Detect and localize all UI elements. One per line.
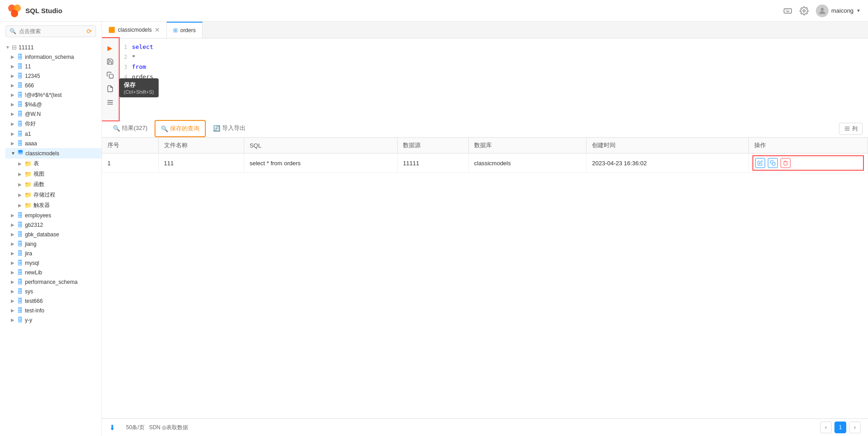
cell-seq: 1 bbox=[102, 153, 158, 173]
db-icon: 🗄 bbox=[17, 278, 23, 285]
col-button[interactable]: 列 bbox=[839, 123, 863, 135]
editor-main: ▶ 保存 (Ctrl+Sh bbox=[102, 38, 868, 120]
next-page-button[interactable]: › bbox=[849, 422, 861, 433]
db-item-12345[interactable]: ▶ 🗄 12345 bbox=[5, 71, 102, 81]
db-item-s[interactable]: ▶ 🗄 $%&@ bbox=[5, 100, 102, 109]
saved-search-icon: 🔍 bbox=[161, 125, 168, 132]
db-icon: 🗄 bbox=[17, 140, 23, 147]
search-input[interactable] bbox=[19, 28, 84, 34]
db-icon: 🗄 bbox=[17, 316, 23, 323]
keyboard-icon[interactable] bbox=[783, 6, 792, 15]
refresh-icon[interactable]: ⟳ bbox=[87, 28, 92, 35]
result-panel: 🔍 结果(327) 🔍 保存的查询 🔄 导入导出 列 bbox=[102, 120, 868, 436]
db-item-11[interactable]: ▶ 🗄 11 bbox=[5, 62, 102, 71]
tooltip-title: 保存 bbox=[124, 81, 154, 89]
db-icon: 🗄 bbox=[17, 212, 23, 219]
import-icon: 🔄 bbox=[213, 125, 220, 132]
th-filename: 文件名称 bbox=[158, 138, 244, 153]
db-icon: 🗄 bbox=[17, 250, 23, 257]
db-item-perf[interactable]: ▶ 🗄 performance_schema bbox=[5, 277, 102, 287]
user-area[interactable]: maicong ▼ bbox=[816, 5, 861, 17]
db-item-wn[interactable]: ▶ 🗄 @W.N bbox=[5, 109, 102, 119]
cell-sql: select * from orders bbox=[244, 153, 397, 173]
top-bar-actions: maicong ▼ bbox=[783, 5, 861, 17]
content-area: 🟧 classicmodels ✕ ⊞ orders ▶ bbox=[102, 22, 868, 436]
folder-table[interactable]: ▶ 📁 表 bbox=[13, 158, 102, 169]
app-container: SQL Studio maicong ▼ 🔍 bbox=[0, 0, 868, 436]
db-item-a1[interactable]: ▶ 🗄 a1 bbox=[5, 129, 102, 139]
format-button[interactable] bbox=[104, 83, 116, 95]
db-item-newlib[interactable]: ▶ 🗄 newLib bbox=[5, 268, 102, 277]
username: maicong bbox=[831, 7, 853, 14]
folder-proc[interactable]: ▶ 📁 存储过程 bbox=[13, 190, 102, 200]
folder-func[interactable]: ▶ 📁 函数 bbox=[13, 179, 102, 190]
import-tab-label: 导入导出 bbox=[222, 124, 246, 132]
db-item-666[interactable]: ▶ 🗄 666 bbox=[5, 81, 102, 90]
db-item-mysql[interactable]: ▶ 🗄 mysql bbox=[5, 258, 102, 268]
folder-icon: 📁 bbox=[24, 192, 32, 198]
code-editor[interactable]: 1 2 3 4 select * from orders bbox=[118, 38, 868, 120]
more-button[interactable] bbox=[104, 96, 116, 108]
download-icon[interactable]: ⬇ bbox=[109, 423, 115, 432]
db-item-employees[interactable]: ▶ 🗄 employees bbox=[5, 211, 102, 220]
cell-datasource: 11111 bbox=[397, 153, 468, 173]
db-icon: 🗄 bbox=[17, 130, 23, 137]
db-item-test666[interactable]: ▶ 🗄 test666 bbox=[5, 296, 102, 306]
save-button-1[interactable] bbox=[104, 56, 116, 67]
root-node[interactable]: ▼ ⊟ 11111 bbox=[0, 43, 102, 52]
tab-db-icon: 🟧 bbox=[108, 27, 115, 33]
db-item-jiang[interactable]: ▶ 🗄 jiang bbox=[5, 239, 102, 249]
code-lines: 1 2 3 4 select * from orders bbox=[118, 42, 868, 82]
line-numbers: 1 2 3 4 bbox=[118, 42, 132, 82]
tab-saved-query[interactable]: 🔍 保存的查询 bbox=[155, 120, 206, 137]
tab-close-icon[interactable]: ✕ bbox=[155, 26, 160, 34]
folder-icon: 📁 bbox=[24, 171, 32, 177]
th-created: 创建时间 bbox=[587, 138, 749, 153]
db-item-jira[interactable]: ▶ 🗄 jira bbox=[5, 249, 102, 258]
db-item-nihao[interactable]: ▶ 🗄 你好 bbox=[5, 119, 102, 129]
folder-icon: 📁 bbox=[24, 181, 32, 188]
db-item-classicmodels[interactable]: ▼ classicmodels bbox=[5, 148, 102, 158]
search-icon: 🔍 bbox=[10, 28, 16, 34]
tab-classicmodels[interactable]: 🟧 classicmodels ✕ bbox=[102, 22, 167, 38]
db-item-information_schema[interactable]: ▶ 🗄 information_schema bbox=[5, 52, 102, 62]
search-box: 🔍 ⟳ bbox=[5, 25, 96, 37]
tab-orders[interactable]: ⊞ orders bbox=[167, 22, 203, 38]
op-star: * bbox=[132, 53, 136, 60]
page-1-button[interactable]: 1 bbox=[834, 422, 846, 433]
edit-action-button[interactable] bbox=[755, 158, 765, 168]
db-item-yy[interactable]: ▶ 🗄 y-y bbox=[5, 315, 102, 325]
prev-page-button[interactable]: ‹ bbox=[820, 422, 832, 433]
db-icon: 🗄 bbox=[17, 101, 23, 108]
th-action: 操作 bbox=[749, 138, 868, 153]
main-area: 🔍 ⟳ ▼ ⊟ 11111 ▶ 🗄 information_ bbox=[0, 22, 868, 436]
folder-trigger[interactable]: ▶ 📁 触发器 bbox=[13, 200, 102, 211]
db-item-testinfo[interactable]: ▶ 🗄 test-info bbox=[5, 306, 102, 315]
result-tab-label: 结果(327) bbox=[122, 124, 147, 132]
db-item-sys[interactable]: ▶ 🗄 sys bbox=[5, 287, 102, 296]
save-button-2[interactable] bbox=[104, 69, 116, 81]
run-button[interactable]: ▶ bbox=[104, 42, 116, 54]
db-item-test[interactable]: ▶ 🗄 !@#$%^&*(test bbox=[5, 90, 102, 100]
db-icon: 🗄 bbox=[17, 72, 23, 79]
db-icon: 🗄 bbox=[17, 221, 23, 228]
tab-orders-label: orders bbox=[180, 27, 196, 34]
th-datasource: 数据源 bbox=[397, 138, 468, 153]
code-content: select * from orders bbox=[132, 42, 157, 82]
db-item-gbk[interactable]: ▶ 🗄 gbk_database bbox=[5, 230, 102, 239]
col-button-label: 列 bbox=[852, 125, 858, 133]
folder-view[interactable]: ▶ 📁 视图 bbox=[13, 169, 102, 179]
copy-action-button[interactable] bbox=[768, 158, 778, 168]
bottom-bar: ⬇ 50条/页 SDN ◎表取数据 ‹ 1 › bbox=[102, 418, 868, 436]
db-item-gb2312[interactable]: ▶ 🗄 gb2312 bbox=[5, 220, 102, 230]
db-item-aaaa[interactable]: ▶ 🗄 aaaa bbox=[5, 139, 102, 148]
tab-result[interactable]: 🔍 结果(327) bbox=[107, 120, 153, 137]
settings-icon[interactable] bbox=[800, 6, 809, 15]
delete-action-button[interactable] bbox=[781, 158, 790, 168]
db-icon: 🗄 bbox=[17, 63, 23, 70]
tab-classicmodels-label: classicmodels bbox=[118, 27, 152, 33]
sidebar-search: 🔍 ⟳ bbox=[0, 22, 102, 41]
tab-import-export[interactable]: 🔄 导入导出 bbox=[208, 120, 251, 137]
cell-filename: 111 bbox=[158, 153, 244, 173]
server-icon: ⊟ bbox=[12, 44, 17, 51]
